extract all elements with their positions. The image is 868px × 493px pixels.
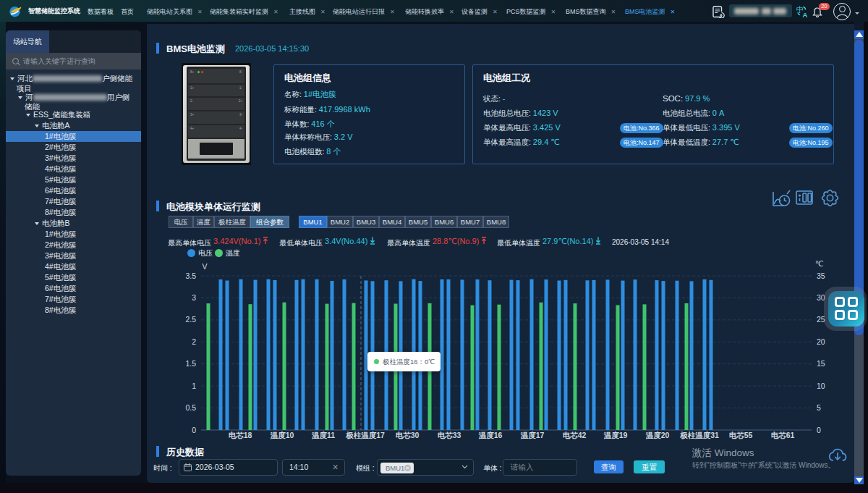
svg-text:温度11: 温度11 — [311, 431, 335, 439]
svg-text:温度20: 温度20 — [645, 431, 670, 439]
svg-text:温度17: 温度17 — [520, 431, 545, 439]
svg-text:1.5: 1.5 — [185, 359, 196, 368]
svg-text:极柱温度31: 极柱温度31 — [679, 431, 719, 439]
svg-text:温度19: 温度19 — [603, 431, 628, 439]
svg-text:℃: ℃ — [815, 259, 824, 268]
svg-text:5: 5 — [817, 403, 821, 412]
svg-text:电芯42: 电芯42 — [563, 431, 587, 439]
svg-text:电芯18: 电芯18 — [229, 431, 252, 439]
svg-text:温度10: 温度10 — [270, 431, 294, 439]
svg-text:3: 3 — [192, 293, 196, 302]
svg-text:0.5: 0.5 — [185, 403, 196, 412]
svg-text:15: 15 — [817, 359, 825, 368]
svg-text:电芯61: 电芯61 — [771, 431, 795, 439]
svg-text:1: 1 — [192, 382, 196, 390]
svg-text:35: 35 — [817, 271, 825, 280]
svg-text:极柱温度17: 极柱温度17 — [345, 431, 385, 439]
svg-text:2.5: 2.5 — [185, 315, 196, 324]
svg-text:A: A — [803, 11, 808, 18]
svg-text:2: 2 — [192, 337, 196, 346]
svg-text:0: 0 — [817, 426, 821, 434]
svg-text:20: 20 — [817, 337, 825, 346]
svg-text:0: 0 — [192, 426, 196, 434]
svg-text:电芯55: 电芯55 — [729, 431, 753, 439]
svg-text:电芯33: 电芯33 — [438, 431, 461, 439]
svg-text:电芯30: 电芯30 — [396, 431, 420, 439]
svg-text:10: 10 — [817, 382, 825, 390]
svg-text:温度16: 温度16 — [478, 431, 503, 439]
svg-text:3.5: 3.5 — [185, 271, 196, 280]
svg-text:V: V — [202, 262, 207, 271]
